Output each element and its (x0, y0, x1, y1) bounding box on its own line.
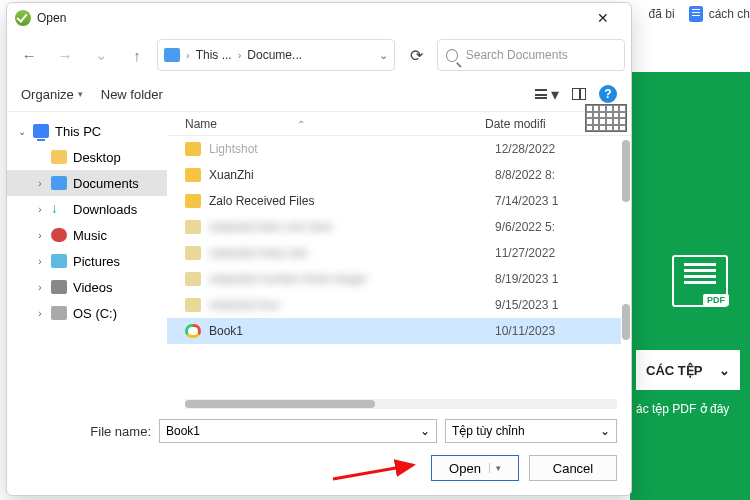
view-mode-button[interactable]: ▾ (535, 82, 559, 106)
chevron-down-icon[interactable]: ⌄ (85, 39, 117, 71)
chevron-down-icon[interactable]: ⌄ (600, 424, 610, 438)
file-row[interactable]: redacted four9/15/2023 1 (167, 292, 631, 318)
organize-menu[interactable]: Organize▾ (21, 87, 83, 102)
file-row[interactable]: redacted entry two11/27/2022 (167, 240, 631, 266)
vertical-scrollbar[interactable] (621, 136, 631, 395)
new-folder-button[interactable]: New folder (101, 87, 163, 102)
folder-icon (185, 142, 201, 156)
sidebar-item-downloads[interactable]: ›↓Downloads (7, 196, 167, 222)
sort-indicator-icon: ⌃ (297, 119, 305, 130)
pane-icon (572, 88, 586, 100)
file-date: 10/11/2023 (495, 324, 555, 338)
hero-subtext: ác tệp PDF ở đây (636, 402, 740, 416)
chevron-down-icon[interactable]: ▾ (489, 463, 501, 473)
file-name: redacted number three longer (209, 272, 495, 286)
folder-icon (185, 194, 201, 208)
file-row[interactable]: Lightshot12/28/2022 (167, 136, 631, 162)
chevron-right-icon: › (238, 49, 242, 61)
breadcrumb-segment[interactable]: Docume... (247, 48, 302, 62)
sidebar-item-label: Pictures (73, 254, 120, 269)
search-field[interactable] (437, 39, 625, 71)
chevron-down-icon[interactable]: ⌄ (420, 424, 430, 438)
dl-icon: ↓ (51, 202, 67, 216)
sidebar-item-music[interactable]: ›Music (7, 222, 167, 248)
vid-icon (51, 280, 67, 294)
forward-button[interactable]: → (49, 39, 81, 71)
horizontal-scrollbar[interactable] (185, 399, 617, 409)
chevron-icon: › (35, 282, 45, 293)
file-date: 8/19/2023 1 (495, 272, 558, 286)
sidebar-item-desktop[interactable]: Desktop (7, 144, 167, 170)
chevron-right-icon: › (186, 49, 190, 61)
file-date: 11/27/2022 (495, 246, 555, 260)
close-button[interactable]: ✕ (583, 10, 623, 26)
select-files-button[interactable]: CÁC TỆP⌄ (636, 350, 740, 390)
file-row[interactable]: Book110/11/2023 (167, 318, 631, 344)
calendar-icon[interactable] (585, 104, 627, 132)
folder-icon (51, 150, 67, 164)
file-row[interactable]: XuanZhi8/8/2022 8: (167, 162, 631, 188)
music-icon (51, 228, 67, 242)
chevron-down-icon: ▾ (551, 85, 559, 104)
chevron-icon: › (35, 204, 45, 215)
titlebar: Open ✕ (7, 3, 631, 33)
document-icon (689, 6, 703, 22)
sidebar-item-this-pc[interactable]: ⌄This PC (7, 118, 167, 144)
folder-icon (185, 220, 201, 234)
file-name: XuanZhi (209, 168, 495, 182)
refresh-button[interactable]: ⟳ (399, 46, 433, 65)
file-row[interactable]: Zalo Received Files7/14/2023 1 (167, 188, 631, 214)
preview-pane-button[interactable] (567, 82, 591, 106)
sidebar-item-videos[interactable]: ›Videos (7, 274, 167, 300)
filename-input[interactable]: Book1⌄ (159, 419, 437, 443)
folder-icon (185, 272, 201, 286)
dialog-title: Open (37, 11, 583, 25)
chevron-icon: › (35, 178, 45, 189)
help-button[interactable]: ? (599, 85, 617, 103)
file-date: 8/8/2022 8: (495, 168, 555, 182)
sidebar: ⌄This PCDesktop›Documents›↓Downloads›Mus… (7, 112, 167, 409)
chrome-icon (185, 324, 201, 338)
file-row[interactable]: redacted number three longer8/19/2023 1 (167, 266, 631, 292)
file-name: redacted item one here (209, 220, 495, 234)
browser-tab[interactable]: đã bi (649, 7, 675, 21)
up-button[interactable]: ↑ (121, 39, 153, 71)
file-date: 12/28/2022 (495, 142, 555, 156)
file-row[interactable]: redacted item one here9/6/2022 5: (167, 214, 631, 240)
svg-line-0 (333, 465, 413, 479)
browser-tab[interactable]: cách ch (689, 6, 750, 22)
file-name: Zalo Received Files (209, 194, 495, 208)
breadcrumb[interactable]: › This ... › Docume... ⌄ (157, 39, 395, 71)
chevron-icon: › (35, 308, 45, 319)
file-name: redacted four (209, 298, 495, 312)
back-button[interactable]: ← (13, 39, 45, 71)
search-input[interactable] (466, 48, 616, 62)
file-date: 9/6/2022 5: (495, 220, 555, 234)
folder-icon (185, 168, 201, 182)
filetype-select[interactable]: Tệp tùy chỉnh⌄ (445, 419, 617, 443)
filename-label: File name: (21, 424, 151, 439)
cancel-button[interactable]: Cancel (529, 455, 617, 481)
folder-icon (185, 246, 201, 260)
drive-icon (51, 306, 67, 320)
pic-icon (51, 254, 67, 268)
file-name: redacted entry two (209, 246, 495, 260)
breadcrumb-segment[interactable]: This ... (196, 48, 232, 62)
file-name: Book1 (209, 324, 495, 338)
sidebar-item-label: Videos (73, 280, 113, 295)
pc-icon (33, 124, 49, 138)
chevron-down-icon[interactable]: ⌄ (379, 49, 388, 62)
sidebar-item-label: Downloads (73, 202, 137, 217)
pdf-icon: PDF (672, 255, 728, 307)
chevron-icon: ⌄ (17, 126, 27, 137)
sidebar-item-documents[interactable]: ›Documents (7, 170, 167, 196)
sidebar-item-label: Music (73, 228, 107, 243)
sidebar-item-os-c-[interactable]: ›OS (C:) (7, 300, 167, 326)
file-list: Lightshot12/28/2022XuanZhi8/8/2022 8:Zal… (167, 136, 631, 409)
location-icon (164, 48, 180, 62)
open-button[interactable]: Open▾ (431, 455, 519, 481)
open-file-dialog: Open ✕ ← → ⌄ ↑ › This ... › Docume... ⌄ … (6, 2, 632, 496)
sidebar-item-pictures[interactable]: ›Pictures (7, 248, 167, 274)
doc-icon (51, 176, 67, 190)
column-header-name[interactable]: Name ⌃ (185, 117, 485, 131)
